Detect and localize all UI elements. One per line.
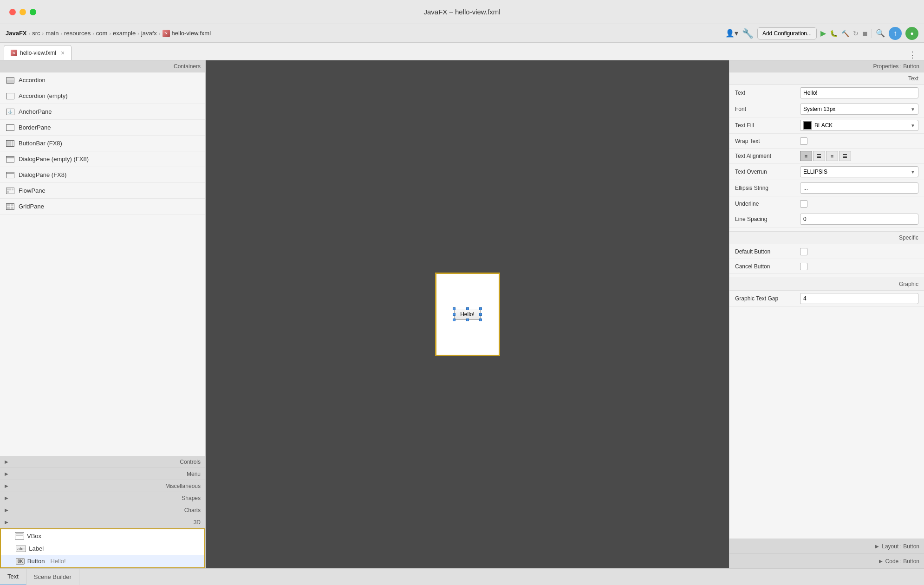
minimize-button[interactable] [20,9,26,15]
layout-section-row[interactable]: ▶ Layout : Button [729,539,924,553]
ellipsis-value [800,182,918,194]
shapes-label: Shapes [182,495,201,501]
textoverrun-value: ELLIPSIS ▼ [800,166,918,177]
misc-section[interactable]: ▶ Miscellaneous [0,480,205,492]
tab-bar: fx hello-view.fxml × ⋮ [0,43,924,60]
breadcrumb-javafx[interactable]: JavaFX [6,30,27,37]
vbox-label: VBox [27,533,41,540]
person-icon[interactable]: 👤▾ [725,29,738,38]
breadcrumb-sep-7: › [159,31,161,36]
text-input[interactable] [800,87,918,98]
search-icon[interactable]: 🔍 [876,29,885,38]
run-button[interactable]: ▶ [820,29,826,38]
tree-item-button[interactable]: OK Button Hello! [1,555,204,567]
wraptext-value [800,137,918,145]
list-item[interactable]: DialogPane (FX8) [0,167,205,183]
align-right-button[interactable]: ≡ [826,151,838,161]
fxml-container: Hello! [435,273,500,356]
list-item[interactable]: ⚓ AnchorPane [0,104,205,120]
reload-button[interactable]: ↻ [853,30,859,37]
font-prop-label: Font [735,106,800,112]
wrench-icon[interactable]: 🔧 [742,28,754,39]
graphic-section-title: Graphic [729,278,924,291]
textalign-prop-row: Text Alignment ≡ ☰ ≡ ☰ [729,149,924,164]
tab-more-button[interactable]: ⋮ [904,50,920,60]
align-justify-button[interactable]: ☰ [839,151,851,161]
list-item[interactable]: BorderPane [0,120,205,136]
tab-close-button[interactable]: × [61,49,65,57]
breadcrumb-bar: JavaFX › src › main › resources › com › … [0,24,924,43]
toolbar-divider [872,29,872,38]
list-item[interactable]: GridPane [0,199,205,214]
list-item[interactable]: Accordion (empty) [0,88,205,104]
ellipsis-input[interactable] [800,182,918,194]
textfill-text: BLACK [814,122,833,129]
font-value: System 13px [803,106,835,112]
component-name: Accordion (empty) [19,92,67,99]
add-configuration-button[interactable]: Add Configuration... [757,27,817,39]
textoverrun-select[interactable]: ELLIPSIS ▼ [800,166,918,177]
tab-file-icon: fx [11,50,17,56]
underline-prop-row: Underline [729,196,924,211]
update-icon[interactable]: ↑ [889,27,902,40]
tab-scene-builder[interactable]: Scene Builder [26,569,79,585]
list-item[interactable]: ButtonBar (FX8) [0,136,205,151]
dialogpane-icon [6,170,15,180]
textfill-prop-row: Text Fill BLACK ▼ [729,117,924,134]
graphicgap-input[interactable] [800,293,918,304]
scene-tree: − VBox abc Label OK Button Hello! [0,528,205,568]
maximize-button[interactable] [30,9,36,15]
underline-label: Underline [735,201,800,207]
font-dropdown-arrow: ▼ [911,107,915,112]
align-center-button[interactable]: ☰ [813,151,825,161]
breadcrumb-main[interactable]: main [46,30,59,37]
props-content: Text Text Font System 13px ▼ [729,72,924,539]
controls-section[interactable]: ▶ Controls [0,456,205,468]
plugin-icon[interactable]: ● [905,27,918,40]
code-section-row[interactable]: ▶ Code : Button [729,553,924,568]
component-name: GridPane [19,203,44,210]
font-select[interactable]: System 13px ▼ [800,104,918,115]
breadcrumb-file[interactable]: fx hello-view.fxml [163,30,211,37]
vbox-collapse-icon[interactable]: − [7,533,12,539]
ellipsis-label: Ellipsis String [735,185,800,191]
canvas-area[interactable]: Hello! [435,273,500,356]
color-display: BLACK [803,121,833,130]
breadcrumb-sep-1: › [29,31,31,36]
build-button[interactable]: 🔨 [841,30,849,37]
list-item[interactable]: FlowPane [0,183,205,199]
3d-section[interactable]: ▶ 3D [0,516,205,528]
wraptext-checkbox[interactable] [800,137,807,145]
tab-text[interactable]: Text [0,569,26,585]
breadcrumb-sep-6: › [137,31,139,36]
stop-button[interactable]: ◼ [862,30,868,37]
fxml-file-icon: fx [163,30,170,37]
underline-checkbox[interactable] [800,200,807,208]
dialogpane-empty-icon [6,155,15,164]
debug-button[interactable]: 🐛 [830,30,838,37]
cancelbtn-checkbox[interactable] [800,263,807,270]
textfill-select[interactable]: BLACK ▼ [800,120,918,131]
defaultbtn-checkbox[interactable] [800,248,807,255]
align-left-button[interactable]: ≡ [800,151,812,161]
breadcrumb-com[interactable]: com [96,30,108,37]
breadcrumb-src[interactable]: src [32,30,40,37]
bottom-tabs: Text Scene Builder [0,568,924,585]
close-button[interactable] [9,9,16,15]
breadcrumb-resources[interactable]: resources [64,30,91,37]
menu-label: Menu [187,471,201,477]
hello-button[interactable]: Hello! [454,309,481,320]
breadcrumb-example[interactable]: example [113,30,136,37]
accordion-icon [6,76,15,85]
menu-section[interactable]: ▶ Menu [0,468,205,480]
charts-section[interactable]: ▶ Charts [0,504,205,516]
anchorpane-icon: ⚓ [6,107,15,117]
linespacing-input[interactable] [800,214,918,225]
list-item[interactable]: DialogPane (empty) (FX8) [0,151,205,167]
breadcrumb-javafx2[interactable]: javafx [141,30,157,37]
shapes-section[interactable]: ▶ Shapes [0,492,205,504]
list-item[interactable]: Accordion [0,72,205,88]
tree-item-vbox[interactable]: − VBox [1,529,204,542]
tab-hello-view[interactable]: fx hello-view.fxml × [4,45,72,60]
tree-item-label[interactable]: abc Label [1,542,204,555]
